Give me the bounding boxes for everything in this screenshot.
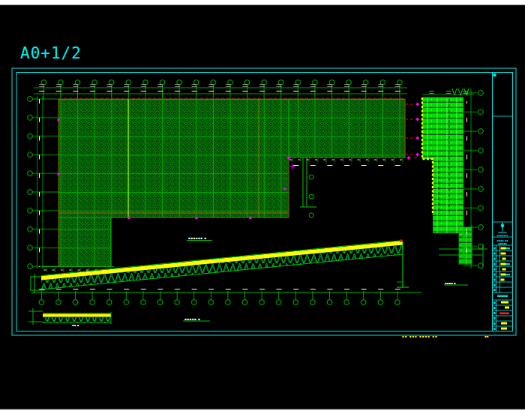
caption-upper: ▪▪▪▪▪▪ ▪: [188, 236, 206, 240]
title-block-logo-caption-2: ▪▪▪▪▪▪▪▪: [496, 234, 508, 237]
caption-right-detail: ▪▪▪▪ ▪: [445, 281, 456, 285]
cad-drawing: A0+1/2: [0, 0, 525, 420]
title-block-heading-2: ▪▪▪▪▪: [498, 242, 507, 245]
border-footer-note: ▪▪ ▪▪▪ ▪▪▪▪ ▪▪: [402, 334, 438, 338]
axis-grid-top: [34, 77, 408, 100]
cad-viewer-viewport: A0+1/2: [0, 0, 525, 420]
sheet-format-label: A0+1/2: [20, 44, 82, 62]
border-footer-note-2: ▪▪: [484, 334, 489, 338]
axis-grid-left: [21, 94, 58, 273]
title-block-stamp-line: [500, 313, 509, 315]
title-block-corner-marker: [494, 74, 496, 76]
caption-small-truss: ▪▪ ▪: [72, 323, 80, 327]
caption-lower: ▪▪▪▪▪ ▪: [184, 317, 200, 321]
